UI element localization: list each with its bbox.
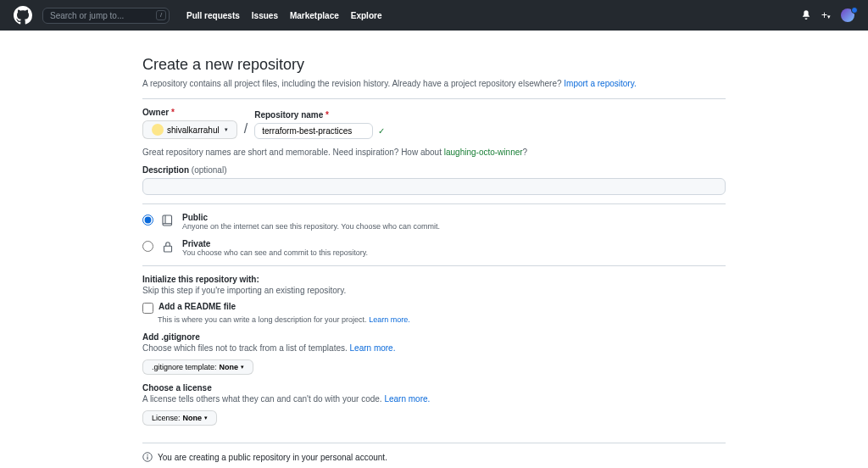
gitignore-dropdown[interactable]: .gitignore template: None▾ xyxy=(142,359,253,375)
slash-separator: / xyxy=(244,121,248,139)
info-icon xyxy=(142,452,153,462)
avatar-icon xyxy=(841,8,854,22)
name-suggestion-link[interactable]: laughing-octo-winner xyxy=(444,148,523,157)
search-input[interactable] xyxy=(42,8,170,24)
repo-icon xyxy=(160,213,175,228)
readme-desc: This is where you can write a long descr… xyxy=(142,315,726,324)
public-title: Public xyxy=(182,213,440,222)
owner-group: Owner * shivalkarrahul ▾ xyxy=(142,108,237,139)
license-learn-link[interactable]: Learn more. xyxy=(384,394,430,404)
private-title: Private xyxy=(182,239,368,248)
readme-checkbox[interactable] xyxy=(142,303,153,314)
private-radio[interactable] xyxy=(142,241,153,252)
description-label: Description (optional) xyxy=(142,165,726,175)
nav-links: Pull requests Issues Marketplace Explore xyxy=(186,11,381,20)
info-text: You are creating a public repository in … xyxy=(158,453,387,462)
repo-name-input[interactable] xyxy=(254,123,373,139)
init-heading: Initialize this repository with: xyxy=(142,275,726,284)
owner-dropdown[interactable]: shivalkarrahul ▾ xyxy=(142,120,237,139)
github-logo-icon[interactable] xyxy=(14,6,32,25)
svg-rect-3 xyxy=(147,456,147,460)
nav-marketplace[interactable]: Marketplace xyxy=(290,11,339,20)
repo-name-group: Repository name * ✓ xyxy=(254,110,385,139)
visibility-public-row: Public Anyone on the internet can see th… xyxy=(142,213,726,231)
nav-explore[interactable]: Explore xyxy=(351,11,382,20)
search-box: / xyxy=(42,8,170,24)
lock-icon xyxy=(160,239,175,254)
main-content: Create a new repository A repository con… xyxy=(129,31,739,468)
svg-point-2 xyxy=(147,454,148,456)
notifications-icon[interactable] xyxy=(801,9,811,22)
init-sub: Skip this step if you're importing an ex… xyxy=(142,286,726,295)
caret-down-icon: ▾ xyxy=(204,415,208,421)
global-header: / Pull requests Issues Marketplace Explo… xyxy=(0,0,868,31)
license-dropdown[interactable]: License: None▾ xyxy=(142,410,217,426)
license-sub: A license tells others what they can and… xyxy=(142,394,726,404)
import-link[interactable]: Import a repository. xyxy=(564,79,636,88)
private-desc: You choose who can see and commit to thi… xyxy=(182,248,368,257)
license-heading: Choose a license xyxy=(142,383,726,393)
page-title: Create a new repository xyxy=(142,56,726,74)
owner-avatar-icon xyxy=(152,124,164,136)
repo-name-label: Repository name * xyxy=(254,110,385,120)
name-hint: Great repository names are short and mem… xyxy=(142,148,726,157)
nav-pull-requests[interactable]: Pull requests xyxy=(186,11,240,20)
caret-down-icon: ▾ xyxy=(241,364,244,370)
public-radio[interactable] xyxy=(142,214,153,226)
caret-down-icon: ▾ xyxy=(225,126,228,133)
header-right: +▾ ▾ xyxy=(801,8,854,22)
visibility-private-row: Private You choose who can see and commi… xyxy=(142,239,726,257)
user-menu[interactable]: ▾ xyxy=(841,8,854,22)
owner-repo-row: Owner * shivalkarrahul ▾ / Repository na… xyxy=(142,108,726,139)
svg-rect-0 xyxy=(164,246,172,252)
gitignore-learn-link[interactable]: Learn more. xyxy=(350,343,396,353)
gitignore-heading: Add .gitignore xyxy=(142,332,726,342)
header-left: / Pull requests Issues Marketplace Explo… xyxy=(14,6,381,25)
readme-title: Add a README file xyxy=(159,302,236,311)
nav-issues[interactable]: Issues xyxy=(252,11,278,20)
readme-learn-link[interactable]: Learn more. xyxy=(369,315,410,324)
public-desc: Anyone on the internet can see this repo… xyxy=(182,222,440,231)
search-slash-icon: / xyxy=(156,10,166,20)
check-icon: ✓ xyxy=(378,126,385,136)
info-row: You are creating a public repository in … xyxy=(142,452,726,462)
description-input[interactable] xyxy=(142,178,726,195)
page-subtitle: A repository contains all project files,… xyxy=(142,77,726,90)
readme-row: Add a README file xyxy=(142,302,726,314)
gitignore-sub: Choose which files not to track from a l… xyxy=(142,343,726,353)
plus-icon[interactable]: +▾ xyxy=(821,9,831,21)
owner-label: Owner * xyxy=(142,108,237,117)
